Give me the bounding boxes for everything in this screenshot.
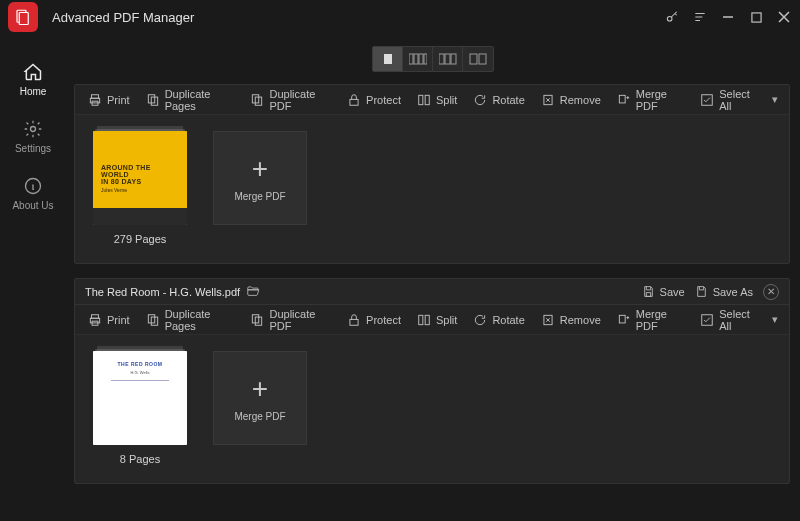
- lock-icon: [347, 93, 361, 107]
- document-thumbnail[interactable]: THE RED ROOM H.G. Wells 8 Pages: [93, 351, 187, 465]
- menu-icon[interactable]: [692, 9, 708, 25]
- cover-preview: Around the World in 80 Days Jules Verne: [93, 131, 187, 225]
- document-scroll-area[interactable]: Print Duplicate Pages Duplicate PDF Prot…: [66, 78, 798, 521]
- app-title: Advanced PDF Manager: [52, 10, 664, 25]
- split-button[interactable]: Split: [410, 310, 464, 330]
- save-as-button[interactable]: Save As: [695, 285, 753, 299]
- split-icon: [417, 93, 431, 107]
- sidebar-item-about[interactable]: About Us: [12, 176, 53, 211]
- rotate-icon: [473, 93, 487, 107]
- svg-rect-23: [350, 99, 358, 105]
- document-toolbar: Print Duplicate Pages Duplicate PDF Prot…: [75, 85, 789, 115]
- folder-open-icon[interactable]: [246, 284, 260, 300]
- svg-rect-1: [19, 13, 28, 25]
- save-button[interactable]: Save: [642, 285, 685, 299]
- split-button[interactable]: Split: [410, 90, 464, 110]
- rotate-icon: [473, 313, 487, 327]
- svg-rect-13: [451, 54, 456, 64]
- split-icon: [417, 313, 431, 327]
- home-icon: [23, 62, 43, 82]
- print-button[interactable]: Print: [81, 90, 137, 110]
- duplicate-pdf-button[interactable]: Duplicate PDF: [243, 85, 338, 115]
- merge-icon: [617, 313, 631, 327]
- main-area: Print Duplicate Pages Duplicate PDF Prot…: [66, 34, 800, 521]
- select-all-icon: [700, 93, 714, 107]
- view-mode-grid-medium[interactable]: [433, 47, 463, 71]
- view-mode-grid-small[interactable]: [403, 47, 433, 71]
- merge-pdf-button[interactable]: Merge PDF: [610, 305, 691, 335]
- print-icon: [88, 93, 102, 107]
- merge-pdf-button[interactable]: Merge PDF: [610, 85, 691, 115]
- remove-icon: [541, 313, 555, 327]
- svg-rect-25: [425, 95, 429, 104]
- duplicate-pages-icon: [146, 313, 160, 327]
- svg-rect-16: [92, 94, 99, 98]
- document-block: The Red Room - H.G. Wells.pdf Save Save …: [74, 278, 790, 484]
- svg-rect-40: [619, 315, 625, 323]
- svg-rect-38: [425, 315, 429, 324]
- document-header: The Red Room - H.G. Wells.pdf Save Save …: [75, 279, 789, 305]
- plus-icon: +: [252, 155, 268, 183]
- svg-rect-24: [419, 95, 423, 104]
- minimize-button[interactable]: [720, 9, 736, 25]
- rotate-button[interactable]: Rotate: [466, 310, 531, 330]
- select-all-button[interactable]: Select All: [693, 305, 765, 335]
- svg-rect-14: [470, 54, 477, 64]
- duplicate-pdf-button[interactable]: Duplicate PDF: [243, 305, 338, 335]
- svg-rect-27: [619, 95, 625, 103]
- merge-pdf-tile[interactable]: + Merge PDF: [213, 131, 307, 225]
- protect-button[interactable]: Protect: [340, 310, 408, 330]
- svg-rect-11: [439, 54, 444, 64]
- svg-rect-29: [92, 314, 99, 318]
- close-button[interactable]: [776, 9, 792, 25]
- svg-rect-9: [419, 54, 423, 64]
- sidebar-item-home[interactable]: Home: [20, 62, 47, 97]
- remove-button[interactable]: Remove: [534, 90, 608, 110]
- svg-rect-37: [419, 315, 423, 324]
- merge-pdf-tile[interactable]: + Merge PDF: [213, 351, 307, 445]
- svg-point-4: [30, 127, 35, 132]
- svg-rect-10: [424, 54, 427, 64]
- view-mode-strip: [66, 40, 800, 78]
- duplicate-pdf-icon: [250, 93, 264, 107]
- page-count-label: 279 Pages: [114, 233, 167, 245]
- svg-rect-7: [409, 54, 413, 64]
- close-document-button[interactable]: ✕: [763, 284, 779, 300]
- svg-rect-12: [445, 54, 450, 64]
- duplicate-pages-button[interactable]: Duplicate Pages: [139, 305, 242, 335]
- view-mode-single[interactable]: [373, 47, 403, 71]
- rotate-button[interactable]: Rotate: [466, 90, 531, 110]
- document-filename: The Red Room - H.G. Wells.pdf: [85, 286, 240, 298]
- svg-point-2: [667, 16, 672, 21]
- save-as-icon: [695, 285, 709, 299]
- cover-preview: THE RED ROOM H.G. Wells: [93, 351, 187, 445]
- view-mode-two-up[interactable]: [463, 47, 493, 71]
- document-thumbnail[interactable]: Around the World in 80 Days Jules Verne …: [93, 131, 187, 245]
- svg-rect-36: [350, 319, 358, 325]
- key-icon[interactable]: [664, 9, 680, 25]
- sidebar-item-settings[interactable]: Settings: [15, 119, 51, 154]
- document-toolbar: Print Duplicate Pages Duplicate PDF Prot…: [75, 305, 789, 335]
- svg-rect-8: [414, 54, 418, 64]
- duplicate-pages-button[interactable]: Duplicate Pages: [139, 85, 242, 115]
- document-block: Print Duplicate Pages Duplicate PDF Prot…: [74, 84, 790, 264]
- app-logo: [8, 2, 38, 32]
- toolbar-more-button[interactable]: ▾: [767, 91, 783, 109]
- protect-button[interactable]: Protect: [340, 90, 408, 110]
- select-all-icon: [700, 313, 714, 327]
- maximize-button[interactable]: [748, 9, 764, 25]
- remove-button[interactable]: Remove: [534, 310, 608, 330]
- svg-rect-6: [384, 54, 392, 64]
- plus-icon: +: [252, 375, 268, 403]
- print-button[interactable]: Print: [81, 310, 137, 330]
- duplicate-pdf-icon: [250, 313, 264, 327]
- select-all-button[interactable]: Select All: [693, 85, 765, 115]
- sidebar-item-label: Settings: [15, 143, 51, 154]
- sidebar-item-label: Home: [20, 86, 47, 97]
- toolbar-more-button[interactable]: ▾: [767, 311, 783, 329]
- lock-icon: [347, 313, 361, 327]
- page-count-label: 8 Pages: [120, 453, 160, 465]
- duplicate-pages-icon: [146, 93, 160, 107]
- sidebar: Home Settings About Us: [0, 34, 66, 521]
- merge-icon: [617, 93, 631, 107]
